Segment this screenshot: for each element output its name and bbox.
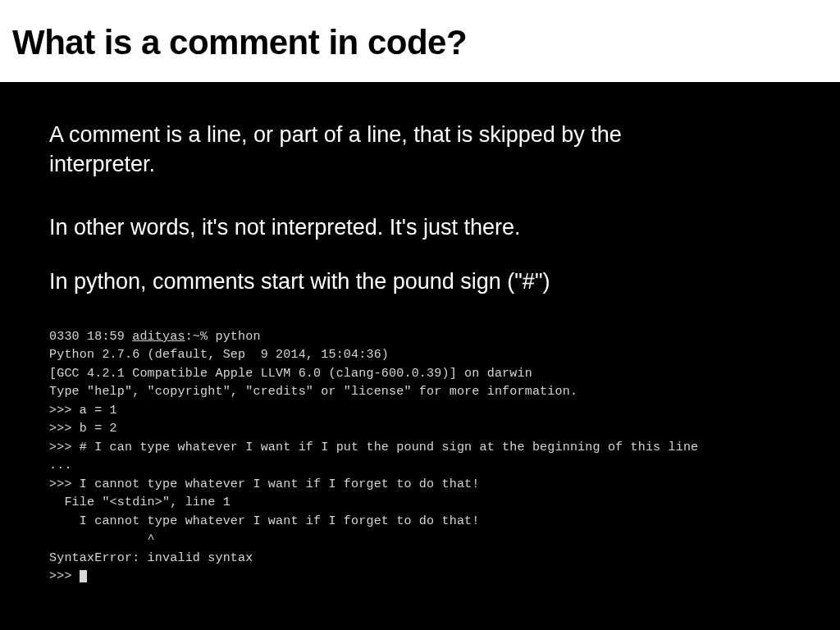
- terminal-line-12: ^: [49, 532, 155, 546]
- terminal-line-2: Python 2.7.6 (default, Sep 9 2014, 15:04…: [49, 348, 389, 362]
- terminal-output: 0330 18:59 adityas:~% python Python 2.7.…: [49, 328, 791, 587]
- terminal-line-13: SyntaxError: invalid syntax: [49, 551, 253, 565]
- paragraph-2: In other words, it's not interpreted. It…: [49, 212, 791, 242]
- cursor-icon: [80, 570, 87, 582]
- paragraph-3: In python, comments start with the pound…: [49, 267, 791, 296]
- terminal-line-6: >>> b = 2: [49, 422, 117, 436]
- terminal-line-11: I cannot type whatever I want if I forge…: [49, 514, 479, 528]
- terminal-line-8: ...: [49, 459, 72, 472]
- paragraph-1: A comment is a line, or part of a line, …: [49, 120, 623, 180]
- terminal-username: adityas: [132, 330, 185, 344]
- terminal-line-3: [GCC 4.2.1 Compatible Apple LLVM 6.0 (cl…: [49, 367, 532, 381]
- terminal-line-5: >>> a = 1: [49, 404, 117, 418]
- terminal-line-4: Type "help", "copyright", "credits" or "…: [49, 385, 578, 399]
- terminal-line-7: >>> # I can type whatever I want if I pu…: [49, 441, 698, 454]
- slide-content: A comment is a line, or part of a line, …: [0, 82, 840, 603]
- terminal-line-10: File "<stdin>", line 1: [49, 495, 231, 509]
- slide-title: What is a comment in code?: [12, 23, 824, 62]
- terminal-line-14: >>>: [49, 569, 87, 583]
- slide-header: What is a comment in code?: [0, 0, 840, 82]
- terminal-line-9: >>> I cannot type whatever I want if I f…: [49, 477, 479, 491]
- terminal-line-1: 0330 18:59 adityas:~% python: [49, 330, 261, 344]
